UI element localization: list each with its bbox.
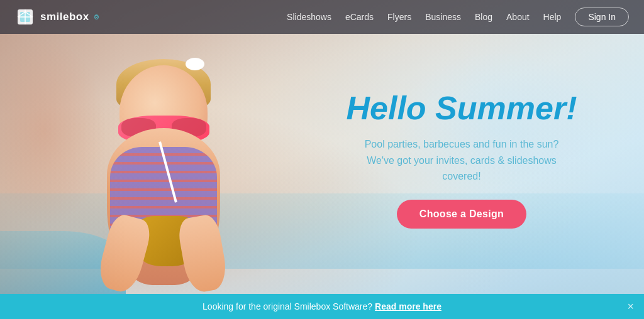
hero-content: Hello Summer! Pool parties, barbecues an… — [330, 90, 594, 229]
hero-title: Hello Summer! — [330, 90, 594, 126]
nav-item-blog[interactable]: Blog — [475, 12, 492, 22]
child-hair-bow — [186, 58, 204, 70]
hero-child-image — [50, 34, 289, 294]
nav-item-help[interactable]: Help — [543, 12, 562, 22]
cta-button[interactable]: Choose a Design — [397, 200, 526, 229]
bottom-banner-link[interactable]: Read more here — [375, 301, 441, 311]
nav-item-slideshows[interactable]: Slideshows — [287, 12, 331, 22]
header: smilebox® Slideshows eCards Flyers Busin… — [0, 0, 644, 34]
nav-item-ecards[interactable]: eCards — [345, 12, 374, 22]
hero-subtitle: Pool parties, barbecues and fun in the s… — [330, 136, 594, 185]
bottom-banner-text: Looking for the original Smilebox Softwa… — [203, 301, 372, 311]
bottom-banner: Looking for the original Smilebox Softwa… — [0, 294, 644, 319]
hero-subtitle-line1: Pool parties, barbecues and fun in the s… — [365, 139, 559, 149]
hero-subtitle-line3: covered! — [442, 171, 480, 181]
logo-icon — [15, 7, 35, 27]
nav-item-about[interactable]: About — [506, 12, 530, 22]
nav-item-business[interactable]: Business — [425, 12, 461, 22]
logo[interactable]: smilebox® — [15, 7, 99, 27]
close-banner-button[interactable]: × — [627, 300, 634, 313]
main-nav: Slideshows eCards Flyers Business Blog A… — [287, 8, 629, 26]
sign-in-button[interactable]: Sign In — [575, 8, 629, 26]
logo-text: smilebox — [40, 11, 89, 23]
hero-section: Hello Summer! Pool parties, barbecues an… — [0, 0, 644, 294]
child-body — [69, 53, 258, 291]
hero-subtitle-line2: We've got your invites, cards & slidesho… — [367, 155, 557, 166]
nav-item-flyers[interactable]: Flyers — [387, 12, 411, 22]
logo-trademark: ® — [94, 14, 99, 21]
